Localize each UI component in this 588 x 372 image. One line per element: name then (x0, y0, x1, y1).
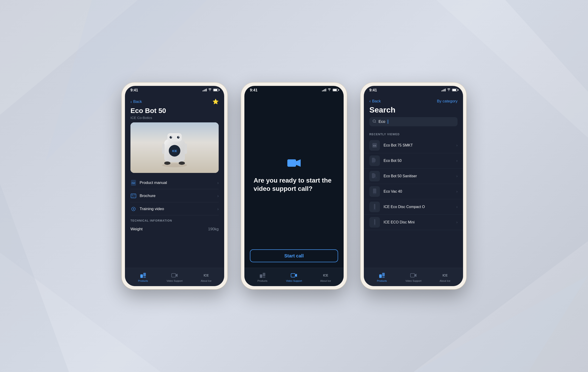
result-name-2: Eco Bot 50 Sanitiser (384, 174, 453, 178)
search-input-container[interactable]: Eco (369, 117, 458, 126)
back-label-3: Back (372, 99, 381, 103)
products-icon-3 (379, 272, 385, 279)
phone-search: 9:41 (361, 83, 466, 289)
svg-rect-25 (132, 195, 133, 196)
nav-bar-1: ‹ Back ⭐ (125, 97, 224, 107)
tab-about-2[interactable]: ICE About Ice (310, 272, 341, 282)
svg-rect-39 (260, 274, 262, 278)
by-category-button[interactable]: By category (437, 99, 458, 103)
svg-rect-13 (168, 133, 182, 141)
result-name-1: Eco Bot 50 (384, 159, 453, 163)
svg-rect-28 (132, 196, 135, 197)
status-time-3: 9:41 (369, 88, 377, 92)
tab-about-label-1: About Ice (201, 279, 211, 282)
result-thumb-4 (369, 202, 380, 212)
back-arrow-3: ‹ (369, 99, 371, 103)
result-item-3[interactable]: Eco Vac 40 › (364, 184, 463, 199)
doc-item-brochure[interactable]: Brochure › (130, 190, 219, 202)
svg-point-14 (169, 136, 172, 139)
tab-about-1[interactable]: ICE About Ice (190, 272, 222, 282)
brochure-chevron: › (217, 194, 219, 198)
result-thumb-0: ICE (369, 140, 380, 151)
result-chevron-5: › (456, 220, 458, 224)
svg-rect-34 (143, 277, 146, 278)
recently-viewed-title: RECENTLY VIEWED (364, 130, 463, 138)
video-chevron: › (217, 207, 219, 211)
recently-viewed-section: RECENTLY VIEWED ICE Eco Bot 75 SMKT › (364, 130, 463, 268)
tab-products-3[interactable]: Products (366, 272, 398, 282)
status-time-2: 9:41 (250, 88, 257, 92)
svg-rect-63 (382, 277, 385, 278)
svg-rect-29 (132, 197, 134, 197)
wifi-icon-2 (327, 88, 331, 92)
wifi-icon-1 (208, 88, 212, 92)
doc-item-manual[interactable]: PDF Product manual › (130, 176, 219, 189)
tab-video-1[interactable]: Video Support (159, 272, 190, 282)
video-icon (130, 206, 136, 212)
back-button-3[interactable]: ‹ Back (369, 99, 381, 103)
result-name-3: Eco Vac 40 (384, 189, 453, 194)
svg-rect-37 (287, 159, 296, 167)
result-chevron-0: › (456, 143, 458, 147)
tab-video-label-2: Video Support (286, 279, 302, 282)
svg-point-56 (373, 209, 376, 210)
svg-marker-0 (0, 0, 138, 115)
back-arrow-1: ‹ (130, 99, 132, 104)
result-item-0[interactable]: ICE Eco Bot 75 SMKT › (364, 138, 463, 153)
weight-value: 190kg (208, 227, 219, 231)
tab-products-label-2: Products (257, 279, 267, 282)
svg-point-48 (372, 162, 374, 164)
result-thumb-3 (369, 186, 380, 197)
start-call-button[interactable]: Start call (250, 249, 338, 262)
svg-marker-7 (505, 0, 588, 92)
svg-point-52 (375, 177, 377, 179)
result-thumb-1 (369, 155, 380, 166)
notch-2 (277, 86, 311, 92)
result-item-4[interactable]: ICE Eco Disc Compact O › (364, 199, 463, 215)
svg-point-54 (373, 193, 376, 195)
result-chevron-2: › (456, 174, 458, 178)
manual-chevron: › (217, 180, 219, 185)
svg-marker-36 (176, 274, 178, 277)
result-item-2[interactable]: Eco Bot 50 Sanitiser › (364, 169, 463, 184)
tab-about-label-2: About Ice (320, 279, 331, 282)
tab-products-1[interactable]: Products (127, 272, 159, 282)
phones-container: 9:41 (122, 83, 466, 289)
search-input-value[interactable]: Eco (378, 119, 385, 124)
tech-title: TECHNICAL INFORMATION (130, 219, 219, 222)
status-icons-2 (322, 88, 338, 92)
video-support-icon-2 (291, 272, 297, 279)
product-image: ICE (130, 122, 219, 173)
svg-rect-42 (291, 273, 295, 277)
video-support-icon-3 (410, 272, 417, 279)
result-item-1[interactable]: Eco Bot 50 › (364, 153, 463, 169)
tab-bar-1: Products Video Support ICE About (125, 268, 224, 286)
tab-video-3[interactable]: Video Support (398, 272, 429, 282)
svg-point-59 (373, 225, 376, 226)
search-cursor (388, 120, 388, 124)
document-list: PDF Product manual › (125, 176, 224, 215)
tech-section: TECHNICAL INFORMATION Weight 190kg (125, 215, 224, 233)
tab-video-2[interactable]: Video Support (278, 272, 310, 282)
tab-products-2[interactable]: Products (247, 272, 278, 282)
favorite-button-1[interactable]: ⭐ (212, 99, 219, 105)
phone-3-screen: 9:41 (364, 86, 463, 286)
tech-row-weight: Weight 190kg (130, 225, 219, 233)
svg-marker-5 (413, 276, 588, 372)
svg-rect-32 (140, 274, 143, 278)
result-name-4: ICE Eco Disc Compact O (384, 205, 453, 209)
back-button-1[interactable]: ‹ Back (130, 99, 142, 104)
tab-products-label-1: Products (138, 279, 148, 282)
brochure-icon (130, 193, 136, 199)
phone-1-screen: 9:41 (125, 86, 224, 286)
result-name-5: ICE ECO Disc Mini (384, 220, 453, 224)
phone-product-detail: 9:41 (122, 83, 227, 289)
svg-rect-53 (373, 188, 376, 194)
svg-rect-40 (263, 273, 265, 276)
about-ice-icon-3: ICE (442, 272, 448, 279)
tab-about-3[interactable]: ICE About Ice (429, 272, 461, 282)
doc-item-video[interactable]: Training video › (130, 203, 219, 215)
manual-label: Product manual (140, 180, 167, 185)
result-item-5[interactable]: ICE ECO Disc Mini › (364, 215, 463, 230)
tab-products-label-3: Products (377, 279, 387, 282)
